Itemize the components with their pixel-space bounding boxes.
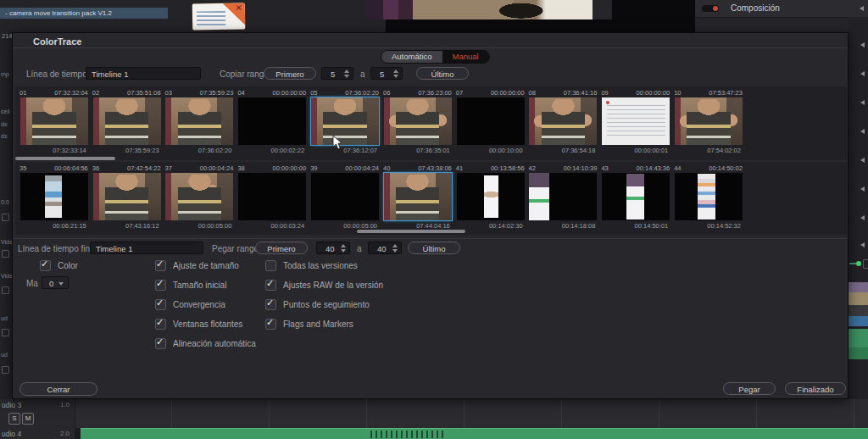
clip-cell[interactable]: 10 07:53:47:23 07:54:02:02 — [672, 88, 745, 154]
clip-thumbnail[interactable] — [238, 97, 306, 145]
clip-cell[interactable]: 08 07:36:41:16 07:36:54:18 — [527, 88, 600, 154]
clip-cell[interactable]: 05 07:36:02:20 07:36:12:07 — [309, 88, 381, 154]
clip-thumbnail[interactable] — [20, 97, 88, 145]
timeline-lane[interactable] — [75, 399, 868, 428]
collapse-arrow-icon[interactable] — [860, 215, 865, 220]
clip-cell[interactable]: 36 07:42:54:22 07:43:16:12 — [91, 164, 164, 230]
checkbox[interactable] — [155, 299, 166, 310]
clip-cell[interactable]: 41 00:13:58:56 00:14:02:30 — [454, 164, 527, 230]
track-toggle-fragment[interactable] — [2, 214, 9, 221]
track-toggle-fragment[interactable] — [2, 329, 9, 336]
copy-from-stepper[interactable]: 5 — [321, 67, 353, 80]
clip-cell[interactable]: 01 07:32:32:04 07:32:33:14 — [18, 88, 91, 154]
ma-dropdown[interactable]: 0 — [42, 276, 69, 289]
collapse-arrow-icon[interactable] — [860, 129, 865, 134]
checkbox[interactable] — [265, 280, 276, 291]
clip-thumbnail[interactable] — [20, 173, 88, 220]
checkbox[interactable] — [265, 299, 276, 310]
fader-handle[interactable] — [863, 259, 868, 269]
paste-to-stepper[interactable]: 40 — [368, 242, 402, 254]
checkbox[interactable] — [155, 260, 166, 271]
stepper-arrows-icon[interactable] — [393, 69, 398, 78]
checkbox[interactable] — [155, 338, 166, 349]
clip-thumbnail[interactable] — [165, 97, 233, 145]
clip-cell[interactable]: 07 00:00:00:00 00:00:10:00 — [454, 88, 527, 154]
clip-thumbnail[interactable] — [457, 97, 525, 145]
clip-thumbnail[interactable] — [238, 173, 306, 220]
paste-from-stepper[interactable]: 40 — [316, 242, 350, 254]
copy-strip-scrollbar[interactable] — [15, 157, 115, 160]
collapse-arrow-icon[interactable] — [860, 71, 865, 76]
checkbox[interactable] — [40, 260, 51, 271]
paste-first-button[interactable]: Primero — [255, 242, 308, 254]
rejected-clip-thumbnail[interactable]: ✕ — [192, 3, 246, 30]
paste-strip-scrollbar[interactable] — [357, 230, 465, 233]
clip-cell[interactable]: 04 00:00:00:00 00:00:02:22 — [236, 88, 309, 154]
clip-thumbnail[interactable] — [602, 97, 670, 145]
clip-thumbnail[interactable] — [529, 97, 597, 145]
clip-cell[interactable]: 44 00:14:50:02 00:14:52:32 — [672, 164, 745, 230]
collapse-arrow-icon[interactable] — [860, 100, 865, 105]
clip-cell[interactable]: 03 07:35:59:23 07:36:02:20 — [164, 88, 236, 154]
clip-thumbnail[interactable] — [457, 173, 525, 220]
collapse-arrow-icon[interactable] — [860, 242, 865, 247]
tab-manual[interactable]: Manual — [442, 51, 489, 63]
track-toggle-fragment[interactable] — [2, 366, 9, 374]
clip-thumbnail[interactable] — [311, 97, 379, 145]
stepper-arrows-icon[interactable] — [344, 69, 349, 78]
clip-thumbnail[interactable] — [675, 97, 743, 145]
audio-clip[interactable] — [81, 428, 868, 439]
track-toggle-fragment[interactable] — [2, 250, 9, 258]
mute-button[interactable]: M — [22, 413, 34, 425]
option-row: Flags and Markers — [265, 314, 383, 334]
solo-button[interactable]: S — [8, 413, 20, 425]
clip-cell[interactable]: 43 00:14:43:36 00:14:50:01 — [599, 164, 672, 230]
target-timeline-input[interactable]: Timeline 1 — [90, 242, 203, 254]
stepper-arrows-icon[interactable] — [341, 244, 346, 253]
composition-toggle[interactable] — [702, 5, 719, 12]
collapse-arrow-icon[interactable] — [860, 42, 865, 47]
clip-thumbnail[interactable] — [384, 173, 452, 220]
collapse-arrow-icon[interactable] — [860, 186, 865, 192]
media-pool-item[interactable]: - camera move transition pack V1.2 — [0, 8, 168, 19]
clip-thumbnail[interactable] — [93, 173, 161, 220]
options-column-3: Todas las versiones Ajustes RAW de la ve… — [265, 256, 383, 334]
clip-cell[interactable]: 38 00:00:00:00 00:00:03:24 — [236, 164, 309, 230]
clip-cell[interactable]: 06 07:36:23:00 07:36:35:01 — [381, 88, 454, 154]
clip-cell[interactable]: 35 00:06:04:56 00:06:21:15 — [18, 164, 91, 230]
collapse-arrow-icon[interactable] — [860, 158, 865, 163]
fader-dot[interactable] — [856, 261, 861, 266]
close-button[interactable]: Cerrar — [19, 382, 97, 396]
timeline-clip-green[interactable] — [849, 329, 868, 359]
checkbox[interactable] — [155, 280, 166, 291]
clip-thumbnail[interactable] — [384, 97, 452, 145]
timeline-clip-blue[interactable] — [849, 316, 868, 326]
checkbox[interactable] — [265, 319, 276, 330]
clip-cell[interactable]: 09 00:00:00:00 00:00:00:01 — [599, 88, 672, 154]
paste-last-button[interactable]: Último — [408, 242, 460, 254]
clip-cell[interactable]: 39 00:00:04:24 00:00:05:00 — [309, 164, 381, 230]
clip-cell[interactable]: 40 07:43:38:06 07:44:04:16 — [381, 164, 454, 230]
copy-first-button[interactable]: Primero — [264, 67, 316, 80]
checkbox[interactable] — [265, 260, 276, 271]
clip-thumbnail[interactable] — [602, 173, 670, 220]
collapse-arrow-icon[interactable] — [860, 6, 864, 11]
done-button[interactable]: Finalizado — [785, 382, 846, 395]
tab-automatico[interactable]: Automático — [381, 51, 442, 63]
paste-button[interactable]: Pegar — [723, 382, 776, 395]
clip-thumbnail[interactable] — [165, 173, 233, 220]
copy-to-stepper[interactable]: 5 — [370, 67, 403, 80]
clip-thumbnail[interactable] — [311, 173, 379, 220]
checkbox[interactable] — [155, 319, 166, 330]
clip-thumbnail[interactable] — [93, 97, 161, 145]
copy-last-button[interactable]: Último — [416, 67, 469, 80]
timeline-clip-thumbnail[interactable] — [849, 282, 868, 316]
stepper-arrows-icon[interactable] — [392, 244, 398, 253]
clip-cell[interactable]: 37 00:00:04:24 00:00:05:00 — [164, 164, 236, 230]
clip-thumbnail[interactable] — [529, 173, 597, 220]
source-timeline-input[interactable]: Timeline 1 — [86, 67, 201, 80]
track-toggle-fragment[interactable] — [2, 286, 9, 294]
clip-cell[interactable]: 42 00:14:10:39 00:14:18:08 — [527, 164, 600, 230]
clip-cell[interactable]: 02 07:35:51:08 07:35:59:23 — [91, 88, 164, 154]
clip-thumbnail[interactable] — [675, 173, 743, 220]
